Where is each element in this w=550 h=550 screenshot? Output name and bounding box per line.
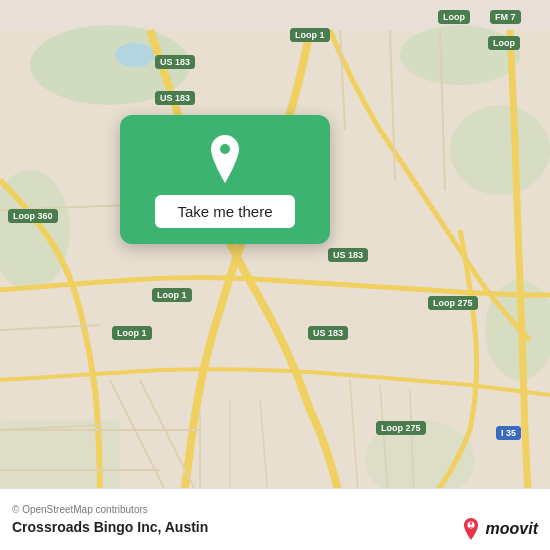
road-label-us183-top: US 183 [155, 55, 195, 69]
moovit-pin-icon [460, 518, 482, 540]
bottom-bar: © OpenStreetMap contributors Crossroads … [0, 488, 550, 550]
svg-point-3 [450, 105, 550, 195]
card-overlay: Take me there [120, 115, 330, 244]
road-label-i35: I 35 [496, 426, 521, 440]
road-label-loop1-top: Loop 1 [290, 28, 330, 42]
map-container: Loop 1 US 183 US 183 US 183 Loop 1 Loop … [0, 0, 550, 550]
road-label-loop1-mid: Loop 1 [152, 288, 192, 302]
moovit-text: moovit [486, 520, 538, 538]
svg-point-25 [220, 144, 230, 154]
map-background [0, 0, 550, 550]
take-me-there-button[interactable]: Take me there [155, 195, 294, 228]
road-label-loop275-bottom: Loop 275 [376, 421, 426, 435]
location-icon-wrap [199, 133, 251, 185]
svg-point-27 [469, 522, 471, 524]
attribution: © OpenStreetMap contributors [12, 504, 538, 515]
road-label-us183-mid: US 183 [155, 91, 195, 105]
road-label-loop360: Loop 360 [8, 209, 58, 223]
moovit-logo: moovit [460, 518, 538, 540]
road-label-us183-bottom: US 183 [308, 326, 348, 340]
road-label-fm7: FM 7 [490, 10, 521, 24]
road-label-us183-right: US 183 [328, 248, 368, 262]
road-label-loop1-mid2: Loop 1 [112, 326, 152, 340]
road-label-loop-top2: Loop [438, 10, 470, 24]
road-label-loop275-right: Loop 275 [428, 296, 478, 310]
svg-point-8 [115, 43, 155, 67]
road-label-loop-top3: Loop [488, 36, 520, 50]
svg-point-2 [400, 25, 520, 85]
location-pin-icon [205, 135, 245, 183]
